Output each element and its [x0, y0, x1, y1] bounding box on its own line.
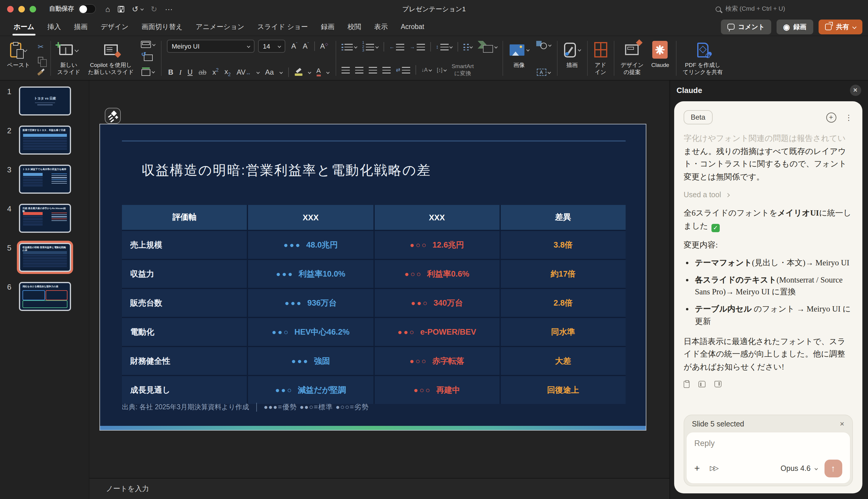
- copy-message-icon[interactable]: [684, 380, 690, 388]
- new-slide-button[interactable]: 新しいスライド: [55, 39, 83, 77]
- change-case-button[interactable]: Aa: [265, 68, 274, 76]
- thumbnail-slide-5-selected[interactable]: 5 収益構造の明暗:営業利益率と電動化戦略の差: [0, 243, 89, 272]
- insert-image-button[interactable]: 画像: [507, 39, 531, 77]
- fast-forward-icon[interactable]: ▷▷: [710, 464, 718, 472]
- remove-attachment-icon[interactable]: ×: [840, 420, 844, 428]
- paste-button[interactable]: ペースト: [5, 39, 32, 77]
- tab-transitions[interactable]: 画面切り替え: [135, 18, 189, 35]
- share-button[interactable]: 共有: [818, 19, 862, 34]
- font-size-select[interactable]: 14: [258, 40, 285, 53]
- subscript-button[interactable]: x2: [225, 67, 231, 77]
- claude-addin-button[interactable]: Claude: [649, 39, 671, 77]
- smartart-convert-button[interactable]: [478, 41, 497, 53]
- bold-button[interactable]: B: [168, 69, 173, 76]
- close-panel-button[interactable]: ×: [850, 84, 861, 96]
- thumbnail-slide-6[interactable]: 6 両社を分ける構造的な競争力の差: [0, 282, 89, 311]
- slide-1-preview[interactable]: トヨタ vs 日産: [19, 86, 71, 115]
- underline-button[interactable]: U: [188, 69, 193, 76]
- strikethrough-button[interactable]: ab: [199, 69, 206, 76]
- tab-animations[interactable]: アニメーション: [189, 18, 251, 35]
- highlight-color-icon[interactable]: [294, 69, 302, 76]
- thumbnail-slide-3[interactable]: 3 トヨタ:減益下でも高水準の収益力を維持: [0, 165, 89, 194]
- vertical-align-text-button[interactable]: ↓A: [422, 67, 431, 73]
- line-spacing-button[interactable]: ↕: [436, 44, 452, 50]
- superscript-button[interactable]: x2: [213, 68, 219, 77]
- comments-button[interactable]: コメント: [721, 19, 771, 34]
- grow-font-button[interactable]: Aˆ: [291, 42, 298, 50]
- designer-sparkle-button[interactable]: [105, 108, 121, 124]
- columns-button[interactable]: [463, 44, 472, 50]
- undo-button[interactable]: ↺: [132, 5, 143, 13]
- thumbnail-slide-2[interactable]: 2 規模で圧倒するトヨタ、利益を稼ぐ日産: [0, 125, 89, 155]
- save-icon[interactable]: [118, 5, 124, 12]
- copilot-new-slide-button[interactable]: Copilot を使用した新しいスライド: [86, 39, 136, 77]
- shrink-font-button[interactable]: Aˇ: [303, 42, 309, 50]
- justify-button[interactable]: [382, 66, 391, 73]
- slide-2-preview[interactable]: 規模で圧倒するトヨタ、利益を稼ぐ日産: [19, 125, 71, 155]
- shapes-icon[interactable]: [536, 41, 546, 49]
- slide-4-preview[interactable]: 日産:過去最大級の赤字からRe:Nissan始動: [19, 204, 71, 233]
- layout-icon[interactable]: [141, 41, 151, 48]
- pdf-share-button[interactable]: PDF を作成してリンクを共有: [680, 39, 725, 77]
- addins-button[interactable]: アドイン: [592, 39, 609, 77]
- model-selector[interactable]: Opus 4.6: [781, 464, 817, 472]
- close-window-button[interactable]: [7, 5, 14, 12]
- more-commands-icon[interactable]: ···: [165, 5, 173, 13]
- slide-5-editing-surface[interactable]: 収益構造の明暗:営業利益率と電動化戦略の差 評価軸 XXX XXX 差異 売上規…: [100, 124, 646, 430]
- text-direction-button[interactable]: ⇄: [396, 66, 410, 73]
- bullets-button[interactable]: [341, 44, 357, 50]
- zoom-window-button[interactable]: [29, 5, 36, 12]
- new-chat-icon[interactable]: +: [826, 112, 836, 122]
- slide-title[interactable]: 収益構造の明暗:営業利益率と電動化戦略の差: [141, 161, 431, 180]
- search-field[interactable]: 検索 (Cmd + Ctrl + U): [715, 5, 785, 13]
- tab-record[interactable]: 録画: [314, 18, 341, 35]
- design-ideas-button[interactable]: デザインの提案: [618, 39, 646, 77]
- textbox-icon[interactable]: [537, 69, 546, 76]
- reset-slide-icon[interactable]: [143, 54, 152, 61]
- autosave-toggle[interactable]: [78, 4, 96, 14]
- copy-icon[interactable]: [38, 57, 43, 63]
- slide-6-preview[interactable]: 両社を分ける構造的な競争力の差: [19, 282, 71, 311]
- home-icon[interactable]: ⌂: [105, 5, 110, 13]
- minimize-window-button[interactable]: [18, 5, 25, 12]
- format-painter-icon[interactable]: [37, 69, 44, 76]
- decrease-indent-button[interactable]: ←: [389, 44, 404, 50]
- font-color-icon[interactable]: A: [316, 68, 321, 77]
- attach-plus-icon[interactable]: +: [694, 463, 700, 473]
- tab-acrobat[interactable]: Acrobat: [394, 19, 431, 34]
- tab-view[interactable]: 表示: [367, 18, 394, 35]
- cut-icon[interactable]: [38, 41, 43, 51]
- reply-input[interactable]: Reply + ▷▷ Opus 4.6 ↑: [686, 431, 850, 484]
- redo-icon[interactable]: ↻: [151, 5, 158, 13]
- thumbs-down-icon[interactable]: [714, 381, 721, 387]
- tab-draw[interactable]: 描画: [67, 18, 94, 35]
- align-left-button[interactable]: [341, 66, 350, 73]
- increase-indent-button[interactable]: →: [410, 44, 425, 50]
- send-button[interactable]: ↑: [824, 459, 842, 477]
- record-button[interactable]: ◉録画: [777, 19, 813, 34]
- section-icon[interactable]: [141, 69, 150, 76]
- clear-formatting-button[interactable]: A◇: [320, 42, 328, 50]
- thumbs-up-icon[interactable]: [699, 381, 705, 387]
- tab-design[interactable]: デザイン: [94, 18, 135, 35]
- tab-review[interactable]: 校閲: [341, 18, 367, 35]
- italic-button[interactable]: I: [179, 69, 182, 76]
- thumbnail-slide-4[interactable]: 4 日産:過去最大級の赤字からRe:Nissan始動: [0, 204, 89, 233]
- tab-insert[interactable]: 挿入: [41, 18, 67, 35]
- tab-slideshow[interactable]: スライド ショー: [251, 18, 315, 35]
- slide-3-preview[interactable]: トヨタ:減益下でも高水準の収益力を維持: [19, 165, 71, 194]
- numbering-button[interactable]: 123: [362, 41, 378, 53]
- align-center-button[interactable]: [355, 66, 363, 73]
- thumbnail-slide-1[interactable]: 1 トヨタ vs 日産: [0, 86, 89, 115]
- comparison-table[interactable]: 評価軸 XXX XXX 差異 売上規模 ●●●48.0兆円 ●○○12.6兆円 …: [122, 205, 626, 404]
- used-a-tool-disclosure[interactable]: Used a tool: [684, 191, 853, 199]
- align-in-shape-button[interactable]: [↕]: [437, 67, 446, 73]
- notes-pane[interactable]: ノートを入力: [89, 478, 669, 499]
- draw-button[interactable]: 描画: [562, 39, 583, 77]
- align-right-button[interactable]: [369, 66, 377, 73]
- font-name-select[interactable]: Meiryo UI: [167, 40, 254, 53]
- character-spacing-button[interactable]: AV↔: [237, 68, 251, 76]
- slide-5-preview[interactable]: 収益構造の明暗:営業利益率と電動化戦略の差: [19, 243, 71, 272]
- slide-canvas[interactable]: 収益構造の明暗:営業利益率と電動化戦略の差 評価軸 XXX XXX 差異 売上規…: [89, 81, 669, 478]
- tab-home[interactable]: ホーム: [7, 18, 41, 35]
